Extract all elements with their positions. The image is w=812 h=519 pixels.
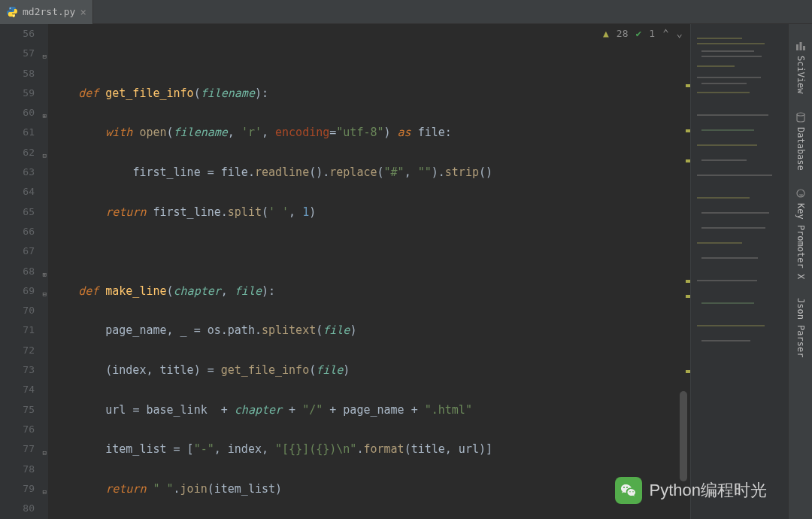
line-number: 56 bbox=[0, 24, 35, 44]
close-icon[interactable]: × bbox=[80, 6, 86, 18]
line-number: 71 bbox=[0, 320, 35, 340]
line-number: 59 bbox=[0, 83, 35, 103]
line-number: 70 bbox=[0, 301, 35, 320]
tab-bar: md2rst.py × bbox=[0, 0, 812, 24]
line-number: 62 bbox=[0, 143, 35, 162]
svg-point-5 bbox=[797, 113, 804, 116]
fold-collapse-icon[interactable]: ⊟ bbox=[39, 47, 47, 54]
chevron-down-icon[interactable]: ⌄ bbox=[677, 27, 683, 39]
line-number: 57 bbox=[0, 44, 35, 63]
tool-keypromoter[interactable]: K Key Promoter X bbox=[795, 179, 806, 288]
line-number: 77 bbox=[0, 439, 35, 459]
line-number: 80 bbox=[0, 499, 35, 518]
minimap[interactable] bbox=[690, 24, 788, 519]
fold-expand-icon[interactable]: ⊞ bbox=[39, 106, 47, 114]
sciview-icon bbox=[795, 41, 806, 51]
line-number: 69 bbox=[0, 281, 35, 301]
line-number: 68 bbox=[0, 262, 35, 281]
svg-point-0 bbox=[10, 8, 11, 9]
scrollbar-thumb[interactable] bbox=[680, 391, 687, 481]
svg-rect-3 bbox=[799, 42, 801, 50]
svg-rect-4 bbox=[803, 46, 805, 50]
line-gutter: 56 57 58 59 60 61 62 63 64 65 66 67 68 6… bbox=[0, 24, 48, 519]
line-number: 75 bbox=[0, 400, 35, 420]
database-icon bbox=[795, 112, 806, 123]
line-number: 63 bbox=[0, 162, 35, 182]
inspection-summary[interactable]: ▲ 28 ✔ 1 ⌃ ⌄ bbox=[603, 27, 683, 39]
editor-tab[interactable]: md2rst.py × bbox=[0, 0, 93, 24]
chevron-up-icon[interactable]: ⌃ bbox=[662, 27, 668, 39]
pass-count: 1 bbox=[649, 28, 655, 39]
python-file-icon bbox=[6, 6, 18, 18]
line-number: 67 bbox=[0, 241, 35, 261]
line-number: 76 bbox=[0, 420, 35, 439]
line-number: 73 bbox=[0, 360, 35, 380]
warning-count: 28 bbox=[617, 28, 629, 39]
watermark-text: Python编程时光 bbox=[650, 479, 768, 502]
line-number: 79 bbox=[0, 479, 35, 499]
line-number: 64 bbox=[0, 182, 35, 202]
line-number: 60 bbox=[0, 103, 35, 123]
warning-icon: ▲ bbox=[603, 28, 609, 39]
line-number: 58 bbox=[0, 64, 35, 83]
watermark: Python编程时光 bbox=[615, 477, 768, 504]
check-icon: ✔ bbox=[635, 28, 641, 39]
fold-collapse-icon[interactable]: ⊟ bbox=[39, 284, 47, 292]
keypromoter-icon: K bbox=[795, 188, 806, 199]
tool-database[interactable]: Database bbox=[795, 103, 806, 180]
line-number: 66 bbox=[0, 222, 35, 241]
line-number: 74 bbox=[0, 380, 35, 399]
fold-expand-icon[interactable]: ⊞ bbox=[39, 265, 47, 272]
fold-collapse-icon[interactable]: ⊟ bbox=[39, 146, 47, 153]
fold-collapse-icon[interactable]: ⊟ bbox=[39, 443, 47, 451]
line-number: 65 bbox=[0, 202, 35, 222]
wechat-icon bbox=[615, 477, 642, 504]
tool-sciview[interactable]: SciView bbox=[795, 32, 806, 103]
line-number: 78 bbox=[0, 460, 35, 479]
tool-jsonparser[interactable]: Json Parser bbox=[795, 289, 806, 366]
right-tool-bar: SciView Database K Key Promoter X Json P… bbox=[788, 24, 812, 519]
svg-point-1 bbox=[14, 15, 15, 17]
svg-rect-2 bbox=[796, 44, 798, 50]
line-number: 72 bbox=[0, 341, 35, 360]
line-number: 61 bbox=[0, 123, 35, 142]
tab-filename: md2rst.py bbox=[23, 6, 75, 17]
fold-collapse-icon[interactable]: ⊟ bbox=[39, 482, 47, 490]
